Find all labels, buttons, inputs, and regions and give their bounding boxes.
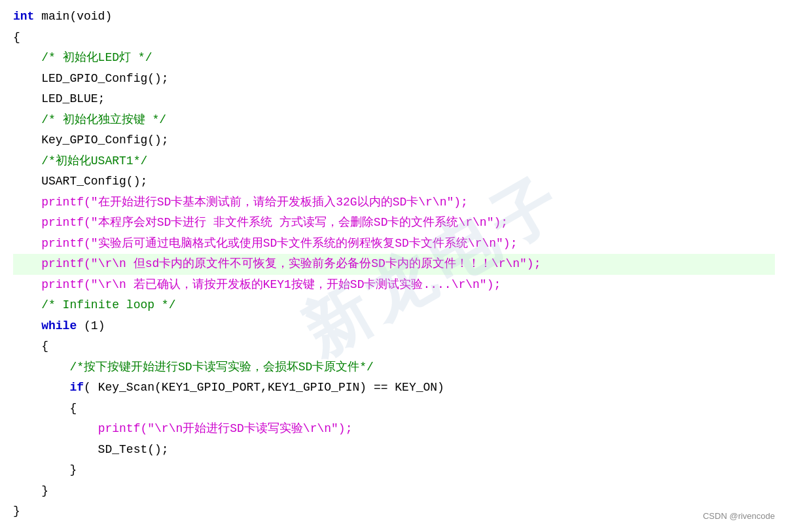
plain-token: main(void) xyxy=(34,7,112,27)
code-line: printf("\r\n 但sd卡内的原文件不可恢复，实验前务必备份SD卡内的原… xyxy=(13,254,775,275)
plain-token: LED_GPIO_Config(); xyxy=(13,69,169,90)
plain-token: LED_BLUE; xyxy=(13,89,105,110)
code-line: /*初始化USART1*/ xyxy=(13,151,775,172)
plain-token: { xyxy=(13,27,20,48)
comment-token: /*初始化USART1*/ xyxy=(41,151,147,172)
code-line: printf("\r\n 若已确认，请按开发板的KEY1按键，开始SD卡测试实验… xyxy=(13,275,775,296)
plain-token xyxy=(13,234,41,255)
plain-token: { xyxy=(13,336,48,357)
code-line: /* 初始化独立按键 */ xyxy=(13,110,775,131)
plain-token: (1) xyxy=(77,316,105,337)
plain-token xyxy=(13,254,41,275)
plain-token: Key_GPIO_Config(); xyxy=(13,130,169,151)
code-line: SD_Test(); xyxy=(13,440,775,461)
plain-token xyxy=(13,295,41,316)
code-line: } xyxy=(13,481,775,502)
plain-token: USART_Config(); xyxy=(13,171,147,192)
comment-token: /*按下按键开始进行SD卡读写实验，会损坏SD卡原文件*/ xyxy=(69,357,373,378)
string-token: printf("\r\n 若已确认，请按开发板的KEY1按键，开始SD卡测试实验… xyxy=(41,275,501,296)
code-line: USART_Config(); xyxy=(13,171,775,192)
plain-token xyxy=(13,213,41,234)
plain-token: } xyxy=(13,501,20,522)
code-line: Key_GPIO_Config(); xyxy=(13,130,775,151)
comment-token: /* 初始化LED灯 */ xyxy=(41,48,152,69)
code-line: { xyxy=(13,399,775,419)
plain-token: ( Key_Scan(KEY1_GPIO_PORT,KEY1_GPIO_PIN)… xyxy=(84,378,444,399)
plain-token xyxy=(13,110,41,131)
plain-token: { xyxy=(13,399,77,419)
kw-token: while xyxy=(41,316,77,337)
code-line: if( Key_Scan(KEY1_GPIO_PORT,KEY1_GPIO_PI… xyxy=(13,378,775,399)
plain-token: } xyxy=(13,460,77,481)
code-line: printf("\r\n开始进行SD卡读写实验\r\n"); xyxy=(13,419,775,440)
plain-token: SD_Test(); xyxy=(13,440,169,461)
code-line: LED_GPIO_Config(); xyxy=(13,69,775,90)
string-token: printf("实验后可通过电脑格式化或使用SD卡文件系统的例程恢复SD卡文件系… xyxy=(41,234,517,255)
plain-token xyxy=(13,192,41,213)
code-line: /* Infinite loop */ xyxy=(13,295,775,316)
attribution: CSDN @rivencode xyxy=(703,509,775,524)
plain-token xyxy=(13,316,41,337)
plain-token xyxy=(13,48,41,69)
code-line: while (1) xyxy=(13,316,775,337)
code-line: LED_BLUE; xyxy=(13,89,775,110)
plain-token: } xyxy=(13,481,48,502)
code-line: { xyxy=(13,336,775,357)
code-line: printf("本程序会对SD卡进行 非文件系统 方式读写，会删除SD卡的文件系… xyxy=(13,213,775,234)
plain-token xyxy=(13,275,41,296)
code-line: printf("在开始进行SD卡基本测试前，请给开发板插入32G以内的SD卡\r… xyxy=(13,192,775,213)
string-token: printf("\r\n 但sd卡内的原文件不可恢复，实验前务必备份SD卡内的原… xyxy=(41,254,541,275)
plain-token xyxy=(13,378,69,399)
code-line: /* 初始化LED灯 */ xyxy=(13,48,775,69)
code-line: /*按下按键开始进行SD卡读写实验，会损坏SD卡原文件*/ xyxy=(13,357,775,378)
code-line: printf("实验后可通过电脑格式化或使用SD卡文件系统的例程恢复SD卡文件系… xyxy=(13,234,775,255)
kw-token: int xyxy=(13,7,34,27)
code-line: } xyxy=(13,460,775,481)
comment-token: /* Infinite loop */ xyxy=(41,295,175,316)
code-line: } xyxy=(13,501,775,522)
plain-token xyxy=(13,357,69,378)
comment-token: /* 初始化独立按键 */ xyxy=(41,110,166,131)
kw-token: if xyxy=(69,378,84,399)
code-line: int main(void) xyxy=(13,7,775,27)
code-line: { xyxy=(13,27,775,48)
plain-token xyxy=(13,419,98,440)
plain-token xyxy=(13,151,41,172)
code-container: int main(void){ /* 初始化LED灯 */ LED_GPIO_C… xyxy=(0,0,788,529)
string-token: printf("在开始进行SD卡基本测试前，请给开发板插入32G以内的SD卡\r… xyxy=(41,192,468,213)
string-token: printf("\r\n开始进行SD卡读写实验\r\n"); xyxy=(98,419,353,440)
string-token: printf("本程序会对SD卡进行 非文件系统 方式读写，会删除SD卡的文件系… xyxy=(41,213,508,234)
